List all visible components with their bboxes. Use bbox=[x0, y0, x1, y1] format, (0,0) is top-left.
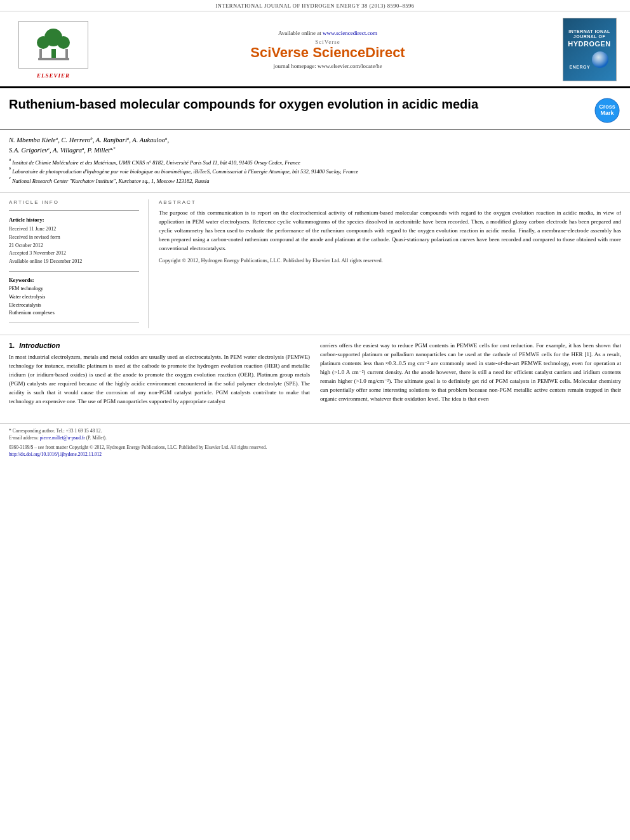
keywords-title: Keywords: bbox=[9, 277, 139, 283]
journal-cover: INTERNAT IONAL JOURNAL OF HYDROGEN ENERG… bbox=[563, 18, 617, 81]
authors-line: N. Mbemba Kielea, C. Herrerob, A. Ranjba… bbox=[9, 135, 621, 156]
title-text-area: Ruthenium-based molecular compounds for … bbox=[9, 96, 586, 112]
received-date: Received 11 June 2012 bbox=[9, 225, 139, 234]
revised-date: 21 October 2012 bbox=[9, 242, 139, 250]
divider-3 bbox=[9, 323, 139, 323]
sciverse-area: Available online at www.sciencedirect.co… bbox=[104, 18, 551, 81]
section-title: Introduction bbox=[19, 342, 60, 349]
author1: N. Mbemba Kielea bbox=[9, 137, 58, 143]
sciencedirect-url[interactable]: www.sciencedirect.com bbox=[323, 30, 377, 36]
header-section: ELSEVIER Available online at www.science… bbox=[0, 11, 630, 88]
article-info-label: ARTICLE INFO bbox=[9, 199, 139, 205]
affiliation-a: a Institut de Chimie Moléculaire et des … bbox=[9, 159, 621, 167]
footer-section: * Corresponding author. Tel.: +33 1 69 1… bbox=[0, 423, 630, 461]
intro-paragraph-1: In most industrial electrolyzers, metals… bbox=[9, 353, 310, 406]
affiliation-b: b Laboratoire de photoproduction d'hydro… bbox=[9, 168, 621, 176]
affiliations: a Institut de Chimie Moléculaire et des … bbox=[9, 159, 621, 186]
divider-2 bbox=[9, 271, 139, 272]
elsevier-tree-icon bbox=[27, 25, 81, 64]
svg-point-4 bbox=[57, 36, 70, 49]
svg-text:Mark: Mark bbox=[600, 110, 614, 116]
elsevier-logo-area: ELSEVIER bbox=[9, 18, 98, 81]
available-date: Available online 19 December 2012 bbox=[9, 258, 139, 266]
elsevier-label: ELSEVIER bbox=[37, 72, 70, 79]
authors-section: N. Mbemba Kielea, C. Herrerob, A. Ranjba… bbox=[0, 130, 630, 193]
article-info-column: ARTICLE INFO Article history: Received 1… bbox=[9, 199, 149, 328]
keyword-1: PEM technology bbox=[9, 285, 139, 293]
doi-line: http://dx.doi.org/10.1016/j.ijhydene.201… bbox=[9, 451, 621, 458]
intro-paragraph-2: carriers offers the easiest way to reduc… bbox=[320, 342, 621, 404]
keyword-3: Electrocatalysis bbox=[9, 302, 139, 310]
svg-point-3 bbox=[37, 36, 50, 49]
svg-rect-1 bbox=[51, 49, 56, 59]
journal-header-text: INTERNATIONAL JOURNAL OF HYDROGEN ENERGY… bbox=[215, 3, 414, 9]
introduction-two-col: 1. Introduction In most industrial elect… bbox=[9, 342, 621, 410]
corresponding-author-note: * Corresponding author. Tel.: +33 1 69 1… bbox=[9, 427, 621, 442]
copyright-text: Copyright © 2012, Hydrogen Energy Public… bbox=[159, 257, 621, 265]
keyword-2: Water electrolysis bbox=[9, 293, 139, 302]
journal-cover-text: INTERNAT IONAL JOURNAL OF HYDROGEN ENERG… bbox=[566, 29, 613, 70]
accepted-date: Accepted 3 November 2012 bbox=[9, 250, 139, 258]
introduction-left: 1. Introduction In most industrial elect… bbox=[9, 342, 310, 410]
svg-rect-5 bbox=[38, 58, 69, 60]
issn-line: 0360-3199/$ – see front matter Copyright… bbox=[9, 444, 621, 451]
sciverse-main-text: SciVerse ScienceDirect bbox=[250, 45, 405, 60]
journal-header-bar: INTERNATIONAL JOURNAL OF HYDROGEN ENERGY… bbox=[0, 0, 630, 11]
introduction-title: 1. Introduction bbox=[9, 342, 310, 349]
journal-cover-area: INTERNAT IONAL JOURNAL OF HYDROGEN ENERG… bbox=[558, 18, 621, 81]
revised-label: Received in revised form bbox=[9, 234, 139, 242]
section-number: 1. bbox=[9, 342, 15, 349]
article-info-abstract-section: ARTICLE INFO Article history: Received 1… bbox=[0, 193, 630, 335]
divider-1 bbox=[9, 210, 139, 211]
introduction-right: carriers offers the easiest way to reduc… bbox=[320, 342, 621, 410]
crossmark-badge[interactable]: Cross Mark bbox=[593, 96, 621, 124]
article-history-block: Article history: Received 11 June 2012 R… bbox=[9, 216, 139, 266]
svg-point-8 bbox=[592, 51, 608, 68]
history-title: Article history: bbox=[9, 216, 139, 224]
svg-rect-6 bbox=[39, 49, 42, 58]
footer-bottom: 0360-3199/$ – see front matter Copyright… bbox=[9, 444, 621, 458]
body-section: 1. Introduction In most industrial elect… bbox=[0, 335, 630, 417]
article-title: Ruthenium-based molecular compounds for … bbox=[9, 96, 586, 112]
affiliation-c: c National Research Center "Kurchatov In… bbox=[9, 178, 621, 185]
page-wrapper: INTERNATIONAL JOURNAL OF HYDROGEN ENERGY… bbox=[0, 0, 630, 461]
crossmark-icon: Cross Mark bbox=[594, 98, 620, 123]
abstract-text: The purpose of this communication is to … bbox=[159, 209, 621, 253]
sciverse-logo: SciVerse SciVerse ScienceDirect bbox=[250, 39, 405, 60]
doi-link[interactable]: http://dx.doi.org/10.1016/j.ijhydene.201… bbox=[9, 451, 102, 457]
abstract-label: ABSTRACT bbox=[159, 199, 621, 205]
keyword-4: Ruthenium complexes bbox=[9, 309, 139, 317]
svg-text:Cross: Cross bbox=[599, 103, 615, 110]
cover-sphere-icon bbox=[591, 51, 609, 69]
abstract-column: ABSTRACT The purpose of this communicati… bbox=[159, 199, 621, 328]
title-section: Ruthenium-based molecular compounds for … bbox=[0, 88, 630, 130]
elsevier-logo-box bbox=[18, 21, 88, 69]
keywords-section: Keywords: PEM technology Water electroly… bbox=[9, 277, 139, 317]
available-online-text: Available online at www.sciencedirect.co… bbox=[278, 30, 377, 36]
journal-homepage-text: journal homepage: www.elsevier.com/locat… bbox=[274, 63, 382, 69]
author-email-link[interactable]: pierre.millet@u-psud.fr bbox=[40, 435, 85, 441]
svg-rect-7 bbox=[65, 49, 68, 58]
